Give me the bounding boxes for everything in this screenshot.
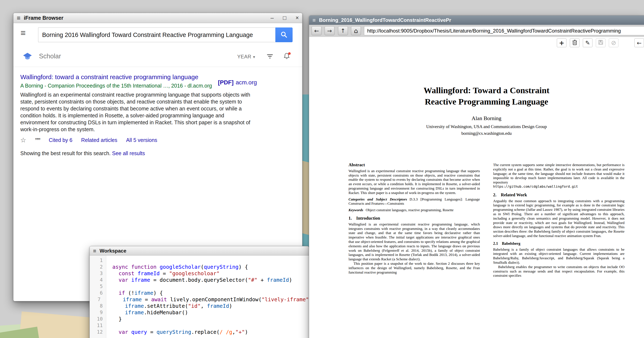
workspace-titlebar[interactable]: ≡ Workspace <box>90 246 309 255</box>
result-snippet: Wallingford is an experimental constrain… <box>20 91 252 133</box>
result-title-link[interactable]: Wallingford: toward a constraint reactiv… <box>20 73 200 81</box>
window-menu-icon[interactable]: ≡ <box>312 18 316 23</box>
cancel-button[interactable]: ⊘ <box>609 38 618 47</box>
line-number: 11 <box>90 322 106 329</box>
pdf-viewer-window: ≡ Borning_2016_WallingfordTowardConstrai… <box>309 15 644 338</box>
code-line[interactable]: 12 var query = queryString.replace(/ /g,… <box>90 329 309 335</box>
pdf-titlebar[interactable]: ≡ Borning_2016_WallingfordTowardConstrai… <box>309 16 644 25</box>
cited-by-link[interactable]: Cited by 6 <box>49 137 72 143</box>
paper-heading: 1. Introduction <box>348 216 480 220</box>
url-input[interactable] <box>364 26 644 35</box>
line-number: 12 <box>90 329 106 335</box>
save-button[interactable] <box>596 38 606 47</box>
pdf-tag: [PDF] <box>218 79 234 86</box>
back-button[interactable]: ← <box>312 26 322 35</box>
delete-button[interactable] <box>570 38 580 47</box>
code-line[interactable]: 4 var iframe = document.body.querySelect… <box>90 277 309 283</box>
pdf-toolbar: + ✎ ⊘ ← <box>309 37 644 49</box>
up-button[interactable]: ↑ <box>338 26 348 35</box>
browser-toolbar: ≡ <box>14 23 302 47</box>
line-number: 6 <box>90 290 106 296</box>
code-line[interactable]: 9 iframe.hideMenubar() <box>90 309 309 316</box>
paper-paragraph: https://github.com/cdglabs/wallingford.g… <box>493 185 624 189</box>
search-icon <box>280 31 288 39</box>
search-input[interactable] <box>38 28 275 42</box>
add-annotation-button[interactable]: + <box>557 38 566 47</box>
code-line[interactable]: 5 <box>90 283 309 290</box>
trash-icon <box>572 39 578 47</box>
paper-right-column: The current system supports some simple … <box>493 163 624 278</box>
pdf-source: acm.org <box>236 79 257 86</box>
browser-menu-icon[interactable]: ≡ <box>20 29 26 37</box>
see-all-results-link[interactable]: See all results <box>112 150 145 156</box>
paper-heading: Abstract <box>348 163 480 167</box>
line-number: 1 <box>90 257 106 264</box>
paper-paragraph: This position paper is a snapshot of the… <box>348 261 480 274</box>
code-line[interactable]: 6 if (!iframe) { <box>90 290 309 296</box>
edit-button[interactable]: ✎ <box>583 38 592 47</box>
all-versions-link[interactable]: All 5 versions <box>126 137 158 143</box>
google-scholar-logo <box>23 52 32 61</box>
paper-paragraph: Babelsberg enables the programmer to wri… <box>493 265 624 278</box>
workspace-window-title: Workspace <box>100 248 126 254</box>
code-line[interactable]: 11 <box>90 322 309 329</box>
paper-paragraph: KeywordsObject constraint languages, rea… <box>348 208 480 212</box>
paper-affiliation: University of Washington, USA and Commun… <box>348 124 624 129</box>
paper-heading: 2.1 Babelsberg <box>493 241 624 246</box>
code-line[interactable]: 3 const frameId = "googlescholoar" <box>90 270 309 277</box>
search-button[interactable] <box>275 28 292 42</box>
window-menu-icon[interactable]: ≡ <box>93 248 96 254</box>
code-line[interactable]: 10 } <box>90 316 309 322</box>
pdf-link[interactable]: [PDF]acm.org <box>218 79 257 86</box>
save-star-icon[interactable]: ☆ <box>20 136 26 144</box>
paragraph-lead: Keywords <box>348 208 363 212</box>
paper-author: Alan Borning <box>348 115 624 121</box>
chevron-down-icon: ▾ <box>253 55 255 59</box>
paper-paragraph: The current system supports some simple … <box>493 163 624 185</box>
browser-titlebar[interactable]: ≡ iFrame Browser – □ × <box>14 13 302 23</box>
paper-paragraph: Wallingford is an experimental constrain… <box>348 169 480 195</box>
line-number: 4 <box>90 277 106 283</box>
paper-paragraph: Arguably the most common approach to int… <box>493 199 624 238</box>
code-line[interactable]: 8 iframe.setAttribute("id", frameId) <box>90 303 309 309</box>
previous-page-button[interactable]: ← <box>634 38 644 47</box>
footer-text: Showing the best result for this search. <box>20 150 111 156</box>
code-line[interactable]: 7 iframe = await lively.openComponentInW… <box>90 296 309 303</box>
minimize-button[interactable]: – <box>270 15 274 21</box>
maximize-button[interactable]: □ <box>283 15 286 21</box>
code-editor[interactable]: 12async function googleScholar(queryStri… <box>90 255 309 338</box>
pdf-navbar: ← → ↑ ⌂ <box>309 25 644 37</box>
filter-icon[interactable] <box>266 54 273 60</box>
cite-icon[interactable]: ”” <box>35 137 40 144</box>
result-byline: A Borning - Companion Proceedings of the… <box>20 83 302 89</box>
edit-pencil-icon: ✎ <box>585 40 590 46</box>
paper-content: Wallingford: Toward a Constraint Reactiv… <box>348 49 624 136</box>
line-number: 2 <box>90 264 106 270</box>
home-button[interactable]: ⌂ <box>351 26 361 35</box>
paragraph-lead: Categories and Subject Descriptors <box>348 197 407 201</box>
pdf-page[interactable]: Wallingford: Toward a Constraint Reactiv… <box>309 49 644 338</box>
paper-paragraph: Babelsberg is a family of object constra… <box>493 247 624 265</box>
block-icon: ⊘ <box>611 39 616 46</box>
line-number: 9 <box>90 309 106 316</box>
line-number: 3 <box>90 270 106 277</box>
year-filter-dropdown[interactable]: YEAR▾ <box>237 54 255 60</box>
alerts-bell-icon[interactable] <box>283 53 290 60</box>
line-number: 10 <box>90 316 106 322</box>
result-actions: ☆ ”” Cited by 6 Related articles All 5 v… <box>20 136 302 144</box>
line-number: 7 <box>90 296 104 303</box>
code-line[interactable]: 2async function googleScholar(queryStrin… <box>90 264 309 270</box>
search-result: Wallingford: toward a constraint reactiv… <box>14 73 302 156</box>
paper-title: Wallingford: Toward a Constraint Reactiv… <box>348 85 624 107</box>
forward-button[interactable]: → <box>324 26 334 35</box>
paper-paragraph: Wallingford is an experimental constrain… <box>348 222 480 261</box>
line-number: 8 <box>90 303 106 309</box>
related-articles-link[interactable]: Related articles <box>81 137 117 143</box>
window-menu-icon[interactable]: ≡ <box>17 15 20 21</box>
paper-paragraph: Categories and Subject DescriptorsD.3.3 … <box>348 197 480 206</box>
code-line[interactable]: 1 <box>90 257 309 264</box>
workspace-window: ≡ Workspace 12async function googleSchol… <box>90 246 309 338</box>
line-number: 5 <box>90 283 106 290</box>
scholar-brand: Scholar <box>39 53 61 60</box>
close-button[interactable]: × <box>296 15 299 21</box>
